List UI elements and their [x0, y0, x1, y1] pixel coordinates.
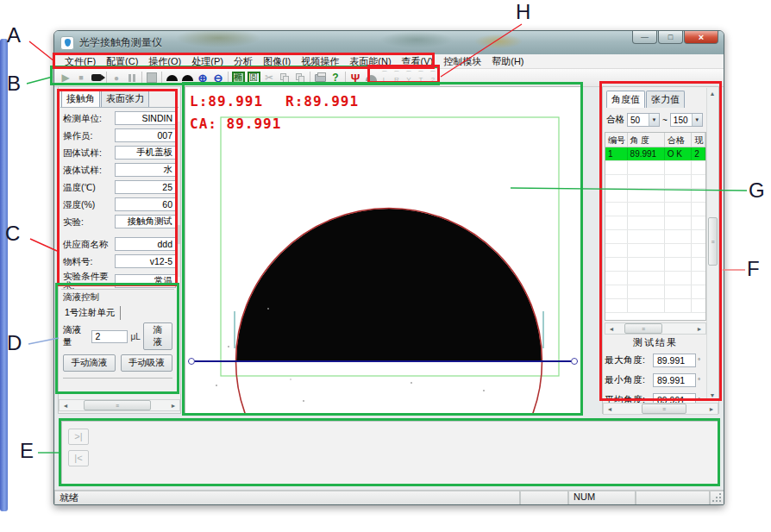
angle-2-tool-icon[interactable]: ⌒2: [427, 72, 439, 84]
angle-y-tool-icon[interactable]: ⌒Y: [403, 72, 415, 84]
tab-tension-values[interactable]: 张力值: [646, 91, 685, 108]
help-icon[interactable]: ?: [328, 70, 343, 85]
drop-button[interactable]: 滴液: [143, 322, 172, 350]
menu-view[interactable]: 查看(V): [397, 54, 439, 69]
results-panel-hscrollbar[interactable]: ◄ ≡ ►: [603, 403, 718, 415]
dome-gray-icon[interactable]: [363, 70, 379, 85]
test-results: 测试结果 最大角度: ° 最小角度: ° 平均角度: °: [605, 336, 706, 413]
manual-drop-button[interactable]: 手动滴液: [63, 354, 116, 372]
close-button[interactable]: ×: [684, 31, 718, 44]
pause-icon[interactable]: [124, 70, 140, 85]
menu-video[interactable]: 视频操作: [296, 54, 344, 69]
angle-left-tool-icon[interactable]: ⌒L: [379, 72, 391, 84]
left-panel-hscrollbar[interactable]: ◄ ≡ ►: [59, 399, 180, 411]
scroll-right-icon[interactable]: ►: [167, 400, 179, 410]
humidity-field[interactable]: [115, 197, 176, 211]
results-panel-vscrollbar[interactable]: ▲ ≡ ▼: [706, 88, 718, 401]
table-hscrollbar[interactable]: ◄ ≡ ►: [605, 322, 706, 335]
camera-icon[interactable]: [89, 70, 104, 85]
chevron-down-icon: ▼: [692, 114, 702, 126]
menu-config[interactable]: 配置(C): [101, 54, 143, 69]
stop-icon[interactable]: ■: [73, 70, 89, 85]
menu-image[interactable]: 图像(I): [258, 54, 296, 69]
minimize-button[interactable]: —: [632, 31, 657, 44]
paste-icon[interactable]: [292, 70, 308, 85]
field-row: 物料号:: [63, 254, 176, 268]
field-row: 温度(℃): [63, 180, 176, 194]
scroll-right-icon[interactable]: ►: [693, 323, 705, 334]
app-window: 光学接触角测量仪 — □ × 文件(F) 配置(C) 操作(O) 处理(P) 分…: [53, 30, 724, 505]
menu-surface-energy[interactable]: 表面能(N): [344, 54, 396, 69]
ellipse-fit-icon[interactable]: 椭: [230, 70, 246, 85]
annotation-letter-f: F: [747, 257, 760, 281]
menu-analyze[interactable]: 分析: [229, 54, 258, 69]
pass-min-dropdown[interactable]: 50 ▼: [627, 113, 660, 127]
droplet-image-canvas[interactable]: L:89.991R:89.991 CA: 89.991: [185, 86, 581, 414]
scroll-left-icon[interactable]: ◄: [60, 400, 72, 410]
drop-volume-input[interactable]: [91, 330, 128, 343]
chevron-down-icon: ▼: [649, 114, 659, 126]
scroll-right-icon[interactable]: ►: [705, 404, 718, 414]
crosshair-icon[interactable]: ⊕: [195, 70, 210, 85]
tab-surface-tension[interactable]: 表面张力: [101, 90, 149, 107]
drop-control-title: 滴液控制: [63, 291, 172, 304]
scroll-down-icon[interactable]: ▼: [707, 390, 718, 401]
drop-shape-icon[interactable]: [164, 70, 179, 85]
copy-icon[interactable]: [277, 70, 292, 85]
min-angle-field[interactable]: [653, 373, 696, 387]
condition-field[interactable]: [115, 274, 176, 288]
tab-angle-values[interactable]: 角度值: [606, 91, 645, 108]
status-num: NUM: [568, 491, 636, 504]
tab-contact-angle[interactable]: 接触角: [61, 90, 100, 107]
material-no-field[interactable]: [115, 254, 176, 268]
unit-field[interactable]: [115, 111, 176, 125]
manual-suck-button[interactable]: 手动吸液: [121, 354, 173, 372]
drop-shape-2-icon[interactable]: [179, 70, 195, 85]
baseline-icon[interactable]: ⊖: [210, 70, 226, 85]
menu-operate[interactable]: 操作(O): [143, 54, 186, 69]
left-panel-vscrollbar[interactable]: [175, 122, 180, 277]
step-back-button[interactable]: |<: [68, 450, 89, 466]
angle-table[interactable]: 编号 角 度 合格 现 1 89.991 O K 2: [605, 132, 706, 321]
maximize-button[interactable]: □: [658, 31, 683, 44]
table-row-empty: [605, 189, 705, 203]
step-forward-button[interactable]: >|: [68, 429, 89, 445]
play-icon[interactable]: ▶: [58, 70, 73, 85]
table-row-empty: [605, 161, 705, 175]
table-row[interactable]: 1 89.991 O K 2: [605, 147, 705, 161]
menu-control-module[interactable]: 控制模块: [438, 54, 486, 69]
menu-file[interactable]: 文件(F): [60, 54, 101, 69]
dispense-icon[interactable]: Ψ: [348, 70, 363, 85]
menu-help[interactable]: 帮助(H): [486, 54, 529, 69]
menu-process[interactable]: 处理(P): [186, 54, 229, 69]
field-row: 实验条件要求:: [63, 272, 176, 291]
scroll-left-icon[interactable]: ◄: [604, 404, 616, 414]
supplier-field[interactable]: [115, 237, 176, 251]
annotation-letter-a: A: [7, 23, 21, 47]
title-bar[interactable]: 光学接触角测量仪 — □ ×: [54, 31, 724, 54]
field-row: 操作员:: [63, 128, 176, 142]
angle-right-tool-icon[interactable]: ⌒R: [391, 72, 403, 84]
print-icon[interactable]: [312, 70, 328, 85]
experiment-field[interactable]: [115, 215, 176, 228]
temperature-field[interactable]: [115, 180, 176, 194]
resize-grip[interactable]: [710, 491, 724, 504]
scroll-up-icon[interactable]: ▲: [707, 88, 718, 99]
injection-unit-tab[interactable]: 1号注射单元: [63, 306, 121, 320]
scroll-left-icon[interactable]: ◄: [605, 323, 617, 334]
result-row: 最大角度: °: [605, 354, 706, 367]
result-row: 最小角度: °: [605, 373, 706, 387]
field-row: 湿度(%): [63, 197, 176, 211]
operator-field[interactable]: [115, 128, 176, 142]
toolbar: ▶ ■ ● ⊕ ⊖ 椭 圆 ✂ ? Ψ ⌒L ⌒R: [54, 69, 724, 87]
liquid-sample-field[interactable]: [115, 163, 176, 177]
solid-sample-field[interactable]: [115, 146, 176, 160]
record-icon[interactable]: ●: [109, 70, 124, 85]
max-angle-field[interactable]: [653, 354, 696, 367]
cut-icon[interactable]: ✂: [261, 70, 277, 85]
circle-fit-icon[interactable]: 圆: [246, 70, 261, 85]
pass-max-dropdown[interactable]: 150 ▼: [670, 113, 703, 127]
angle-t-tool-icon[interactable]: ⌒T: [415, 72, 427, 84]
table-row-empty: [605, 216, 705, 230]
snapshot-icon[interactable]: [144, 70, 160, 85]
